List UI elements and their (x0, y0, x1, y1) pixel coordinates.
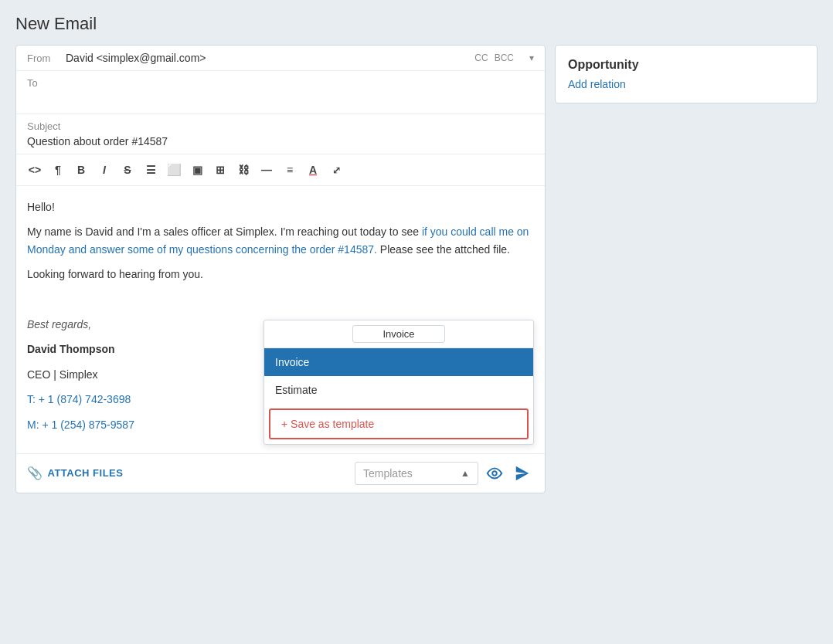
from-actions: CC BCC ▾ (474, 53, 534, 63)
strikethrough-btn[interactable]: S (117, 159, 138, 181)
to-label: To (27, 77, 534, 89)
templates-select-text: Templates (363, 467, 413, 480)
table-btn[interactable]: ⊞ (209, 159, 231, 181)
attach-files-button[interactable]: 📎 ATTACH FILES (27, 466, 123, 480)
email-footer: 📎 ATTACH FILES Templates ▲ Invoice Estim… (16, 453, 545, 493)
greeting: Hello! (27, 198, 534, 215)
page-title: New Email (15, 14, 818, 34)
cc-button[interactable]: CC (474, 53, 488, 63)
to-row: To (16, 71, 545, 114)
subject-label: Subject (27, 120, 534, 132)
italic-btn[interactable]: I (94, 159, 115, 181)
list-btn[interactable]: ☰ (140, 159, 162, 181)
body-paragraph2: Looking forward to hearing from you. (27, 266, 534, 283)
link-btn[interactable]: ⛓ (233, 159, 254, 181)
send-icon-btn[interactable] (511, 462, 534, 485)
body-paragraph1: My name is David and I'm a sales officer… (27, 223, 534, 258)
templates-search-input[interactable] (352, 325, 445, 343)
template-option-estimate[interactable]: Estimate (264, 376, 533, 404)
right-panel: Opportunity Add relation (555, 45, 818, 103)
code-btn[interactable]: <> (24, 159, 46, 181)
bcc-button[interactable]: BCC (495, 53, 514, 63)
svg-point-0 (492, 471, 497, 476)
from-email-value: David <simplex@gmail.com> (66, 52, 206, 64)
editor-toolbar: <> ¶ B I S ☰ ⬜ ▣ ⊞ ⛓ — ≡ A ⤢ (16, 154, 545, 186)
subject-row: Subject Question about order #14587 (16, 114, 545, 154)
from-select: David <simplex@gmail.com> CC BCC ▾ (66, 52, 534, 64)
from-dropdown-arrow[interactable]: ▾ (529, 53, 534, 63)
image-btn[interactable]: ⬜ (163, 159, 185, 181)
templates-select[interactable]: Templates ▲ (355, 462, 478, 485)
fullscreen-btn[interactable]: ⤢ (325, 159, 347, 181)
cc-bcc-buttons: CC BCC (474, 53, 514, 63)
templates-dropdown: Invoice Estimate + Save as template (264, 320, 534, 445)
bold-btn[interactable]: B (70, 159, 92, 181)
templates-search-row (264, 320, 533, 348)
preview-icon-btn[interactable] (483, 462, 506, 485)
add-relation-button[interactable]: Add relation (568, 78, 804, 90)
svg-marker-1 (516, 466, 529, 480)
subject-value: Question about order #14587 (27, 135, 534, 147)
attach-icon: 📎 (27, 466, 43, 480)
save-as-template-label: + Save as template (281, 418, 374, 430)
align-btn[interactable]: ≡ (279, 159, 301, 181)
templates-chevron-up-icon: ▲ (461, 468, 470, 479)
page-header: New Email (0, 0, 833, 45)
email-panel: From David <simplex@gmail.com> CC BCC ▾ … (15, 45, 546, 493)
template-option-invoice[interactable]: Invoice (264, 348, 533, 376)
opportunity-title: Opportunity (568, 58, 804, 72)
hr-btn[interactable]: — (256, 159, 277, 181)
from-row: From David <simplex@gmail.com> CC BCC ▾ (16, 46, 545, 71)
save-as-template-button[interactable]: + Save as template (269, 408, 529, 439)
video-btn[interactable]: ▣ (186, 159, 208, 181)
to-input[interactable] (27, 92, 534, 107)
templates-wrapper: Templates ▲ Invoice Estimate + Save as t… (355, 462, 534, 485)
paragraph-btn[interactable]: ¶ (47, 159, 69, 181)
attach-files-label: ATTACH FILES (48, 467, 124, 479)
font-color-btn[interactable]: A (302, 159, 324, 181)
from-label: From (27, 53, 66, 64)
